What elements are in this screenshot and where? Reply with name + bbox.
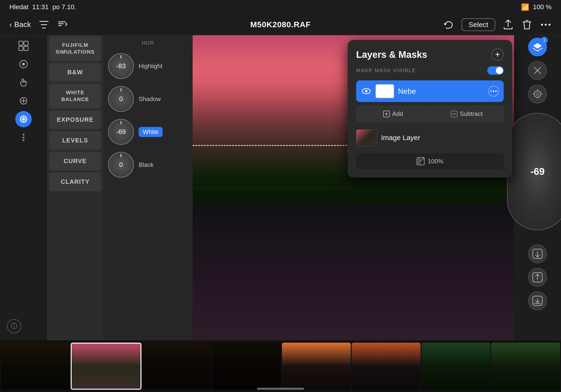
panel-exposure[interactable]: EXPOSURE bbox=[49, 110, 101, 129]
back-label: Back bbox=[14, 20, 31, 29]
film-thumb-bg-2 bbox=[72, 344, 140, 389]
home-indicator bbox=[257, 388, 304, 390]
download-tool-button[interactable] bbox=[528, 291, 547, 310]
white-dial[interactable]: -69 bbox=[108, 119, 134, 145]
status-time: 11:31 bbox=[32, 3, 49, 11]
dial-wheel-container: -69 bbox=[507, 113, 561, 230]
svg-point-13 bbox=[537, 70, 539, 71]
film-thumb-3[interactable] bbox=[142, 343, 211, 390]
file-name: M50K2080.RAF bbox=[250, 20, 311, 29]
add-layer-button[interactable]: + bbox=[491, 48, 504, 61]
film-thumb-7[interactable] bbox=[421, 343, 490, 390]
select-button[interactable]: Select bbox=[462, 18, 495, 31]
svg-point-1 bbox=[545, 24, 547, 26]
water-reflection bbox=[193, 203, 514, 340]
tool-brush[interactable] bbox=[15, 56, 32, 72]
lens-tool-button[interactable] bbox=[528, 85, 547, 103]
import-tool-button[interactable] bbox=[528, 268, 547, 287]
shadow-dial-row: 0 Shadow bbox=[108, 86, 188, 112]
back-chevron-icon: ‹ bbox=[9, 20, 12, 29]
make-mask-visible-row: MAKE MASK VISIBLE bbox=[356, 66, 504, 75]
black-dial[interactable]: 0 bbox=[108, 152, 134, 178]
info-button[interactable]: ⓘ bbox=[7, 319, 21, 333]
layer-more-button[interactable] bbox=[488, 86, 499, 97]
hdr-label: HDR bbox=[108, 40, 188, 46]
shadow-dial[interactable]: 0 bbox=[108, 86, 134, 112]
status-bar-left: Hledat 11:31 po 7.10. bbox=[9, 3, 76, 11]
highlight-dial[interactable]: -83 bbox=[108, 53, 134, 79]
svg-point-26 bbox=[493, 90, 494, 92]
black-dial-row: 0 Black bbox=[108, 152, 188, 178]
layer-opacity-row: 100% bbox=[356, 153, 504, 169]
add-layer-icon: + bbox=[495, 50, 500, 59]
panel-bw[interactable]: B&W bbox=[49, 63, 101, 82]
layer-nebe[interactable]: Nebe bbox=[356, 80, 504, 102]
layers-tool-button[interactable]: 1 bbox=[528, 38, 547, 56]
adjustment-panel-list: FUJIFILMSIMULATIONS B&W WHITEBALANCE EXP… bbox=[47, 35, 103, 340]
film-thumb-8[interactable] bbox=[491, 343, 560, 390]
toolbar-left: ‹ Back bbox=[9, 19, 69, 31]
add-subtract-row: Add Subtract bbox=[356, 106, 504, 122]
film-thumb-1[interactable] bbox=[1, 343, 70, 390]
right-sidebar: 1 -69 bbox=[514, 35, 561, 340]
panel-curve[interactable]: CURVE bbox=[49, 152, 101, 171]
make-mask-visible-toggle[interactable] bbox=[487, 66, 504, 75]
highlight-label: Highlight bbox=[139, 63, 162, 70]
status-bar: Hledat 11:31 po 7.10. 📶 100 % bbox=[0, 0, 561, 14]
film-thumb-6[interactable] bbox=[352, 343, 421, 390]
trash-button[interactable] bbox=[521, 19, 533, 31]
hdr-panel: HDR -83 Highlight 0 Shadow -69 White 0 B… bbox=[103, 35, 193, 340]
svg-point-24 bbox=[365, 90, 367, 92]
film-thumb-bg-1 bbox=[1, 343, 70, 390]
back-button[interactable]: ‹ Back bbox=[9, 20, 31, 29]
film-strip bbox=[0, 340, 561, 392]
white-value: -69 bbox=[116, 128, 126, 136]
svg-point-15 bbox=[536, 93, 539, 95]
top-toolbar: ‹ Back M50K2080.RAF Select bbox=[0, 14, 561, 35]
add-label: Add bbox=[392, 110, 403, 118]
svg-rect-31 bbox=[417, 157, 421, 165]
image-layer-thumbnail bbox=[356, 130, 377, 146]
tool-more[interactable] bbox=[15, 129, 32, 146]
svg-rect-3 bbox=[19, 41, 23, 45]
tool-hand[interactable] bbox=[15, 74, 32, 91]
wifi-icon: 📶 bbox=[521, 3, 529, 11]
svg-rect-4 bbox=[24, 41, 28, 45]
layer-count-badge: 1 bbox=[541, 37, 548, 44]
filter-icon-button[interactable] bbox=[38, 19, 50, 31]
highlight-value: -83 bbox=[116, 62, 126, 70]
undo-button[interactable] bbox=[443, 19, 454, 31]
tool-exposure[interactable] bbox=[15, 111, 32, 127]
image-layer-item[interactable]: Image Layer bbox=[356, 126, 504, 150]
svg-point-12 bbox=[22, 139, 24, 141]
layers-panel-header: Layers & Masks + bbox=[356, 48, 504, 61]
film-thumb-bg-4 bbox=[212, 343, 281, 390]
sort-icon-button[interactable] bbox=[57, 19, 69, 31]
layer-eye-button[interactable] bbox=[361, 86, 372, 97]
film-thumb-2[interactable] bbox=[71, 343, 141, 390]
tool-presets[interactable] bbox=[15, 38, 32, 54]
share-button[interactable] bbox=[502, 19, 514, 31]
film-thumb-bg-8 bbox=[491, 343, 560, 390]
left-toolbar bbox=[0, 35, 47, 340]
export-tool-button[interactable] bbox=[528, 244, 547, 263]
panel-levels[interactable]: LEVELS bbox=[49, 131, 101, 150]
panel-fujifilm[interactable]: FUJIFILMSIMULATIONS bbox=[49, 36, 101, 61]
film-thumb-4[interactable] bbox=[212, 343, 281, 390]
film-thumb-5[interactable] bbox=[282, 343, 351, 390]
svg-rect-6 bbox=[24, 46, 28, 51]
subtract-mask-button[interactable]: Subtract bbox=[430, 106, 504, 122]
more-button[interactable] bbox=[540, 19, 552, 31]
tool-masking[interactable] bbox=[15, 93, 32, 109]
transform-tool-button[interactable] bbox=[528, 61, 547, 80]
svg-point-14 bbox=[534, 91, 541, 97]
panel-white-balance[interactable]: WHITEBALANCE bbox=[49, 84, 101, 109]
make-mask-visible-label: MAKE MASK VISIBLE bbox=[356, 67, 416, 74]
dial-wheel[interactable]: -69 bbox=[507, 113, 561, 230]
layers-masks-panel: Layers & Masks + MAKE MASK VISIBLE Nebe bbox=[348, 40, 512, 177]
add-mask-button[interactable]: Add bbox=[356, 106, 430, 122]
film-thumb-bg-7 bbox=[421, 343, 490, 390]
svg-point-11 bbox=[22, 137, 24, 138]
white-label: White bbox=[139, 127, 162, 137]
panel-clarity[interactable]: CLARITY bbox=[49, 173, 101, 191]
